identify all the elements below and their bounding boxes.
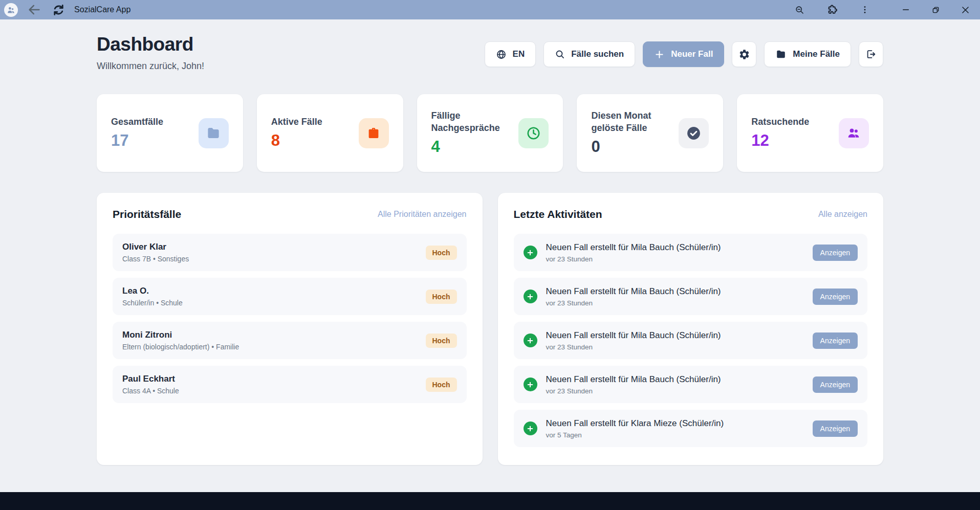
activities-panel-title: Letzte Aktivitäten bbox=[514, 208, 602, 220]
activity-time: vor 23 Stunden bbox=[546, 343, 813, 351]
stat-value: 0 bbox=[591, 138, 677, 156]
briefcase-icon bbox=[366, 125, 381, 141]
activity-text: Neuen Fall erstellt für Mila Bauch (Schü… bbox=[546, 242, 813, 253]
stat-label: Ratsuchende bbox=[751, 116, 809, 128]
case-meta: Schüler/in • Schule bbox=[122, 299, 426, 307]
logout-button[interactable] bbox=[859, 41, 883, 67]
plus-circle-icon bbox=[524, 334, 537, 347]
stat-label: Fällige Nachgespräche bbox=[431, 110, 517, 135]
activity-row[interactable]: Neuen Fall erstellt für Mila Bauch (Schü… bbox=[514, 322, 868, 359]
activity-time: vor 23 Stunden bbox=[546, 299, 813, 307]
stats-row: Gesamtfälle 17 Akt bbox=[97, 94, 883, 172]
clock-icon bbox=[526, 125, 541, 141]
priority-cases-panel: Prioritätsfälle Alle Prioritäten anzeige… bbox=[97, 193, 483, 465]
stat-value: 4 bbox=[431, 138, 517, 156]
activity-text: Neuen Fall erstellt für Mila Bauch (Schü… bbox=[546, 374, 813, 385]
back-arrow-icon[interactable] bbox=[27, 2, 42, 17]
activity-time: vor 23 Stunden bbox=[546, 387, 813, 395]
anzeigen-button[interactable]: Anzeigen bbox=[813, 289, 858, 305]
check-circle-icon bbox=[686, 125, 702, 141]
minimize-button[interactable] bbox=[891, 0, 921, 19]
plus-icon bbox=[654, 49, 665, 60]
priority-case-row[interactable]: Lea O. Schüler/in • Schule Hoch bbox=[113, 278, 467, 315]
stat-icon-box bbox=[839, 118, 869, 148]
show-all-activities-link[interactable]: Alle anzeigen bbox=[818, 210, 867, 219]
settings-button[interactable] bbox=[732, 41, 756, 67]
app-logo-icon bbox=[4, 3, 18, 17]
stat-card: Diesen Monat gelöste Fälle 0 bbox=[577, 94, 723, 172]
stat-card: Aktive Fälle 8 bbox=[257, 94, 403, 172]
show-all-priorities-link[interactable]: Alle Prioritäten anzeigen bbox=[378, 210, 466, 219]
activity-text: Neuen Fall erstellt für Mila Bauch (Schü… bbox=[546, 330, 813, 341]
welcome-subtitle: Willkommen zurück, John! bbox=[97, 61, 204, 72]
stat-card: Gesamtfälle 17 bbox=[97, 94, 243, 172]
gear-icon bbox=[738, 49, 750, 60]
plus-circle-icon bbox=[524, 422, 537, 435]
stat-icon-box bbox=[679, 118, 709, 148]
folder-icon bbox=[775, 49, 787, 60]
plus-circle-icon bbox=[524, 378, 537, 391]
language-button[interactable]: EN bbox=[485, 41, 536, 67]
search-cases-button[interactable]: Fälle suchen bbox=[543, 41, 635, 67]
search-cases-label: Fälle suchen bbox=[571, 49, 624, 59]
dashboard-main: Dashboard Willkommen zurück, John! EN bbox=[0, 19, 980, 465]
priority-badge: Hoch bbox=[426, 378, 457, 392]
stat-label: Aktive Fälle bbox=[271, 116, 322, 128]
priority-panel-title: Prioritätsfälle bbox=[113, 208, 181, 220]
close-button[interactable] bbox=[950, 0, 980, 19]
search-icon bbox=[555, 49, 565, 59]
header-actions: EN Fälle suchen Neuer Fall bbox=[485, 41, 883, 67]
restore-button[interactable] bbox=[921, 0, 950, 19]
case-name: Paul Eckhart bbox=[122, 374, 426, 384]
activity-time: vor 5 Tagen bbox=[546, 431, 813, 439]
plus-circle-icon bbox=[524, 246, 537, 259]
my-cases-label: Meine Fälle bbox=[793, 49, 840, 59]
case-name: Oliver Klar bbox=[122, 242, 426, 252]
activity-row[interactable]: Neuen Fall erstellt für Mila Bauch (Schü… bbox=[514, 278, 868, 315]
app-title: SozialCare App bbox=[74, 5, 130, 14]
priority-badge: Hoch bbox=[426, 334, 457, 348]
activity-row[interactable]: Neuen Fall erstellt für Klara Mieze (Sch… bbox=[514, 410, 868, 447]
priority-case-row[interactable]: Oliver Klar Class 7B • Sonstiges Hoch bbox=[113, 234, 467, 271]
anzeigen-button[interactable]: Anzeigen bbox=[813, 420, 858, 437]
activity-time: vor 23 Stunden bbox=[546, 255, 813, 263]
priority-case-row[interactable]: Paul Eckhart Class 4A • Schule Hoch bbox=[113, 366, 467, 403]
menu-kebab-icon[interactable] bbox=[859, 4, 870, 15]
new-case-label: Neuer Fall bbox=[671, 49, 713, 59]
refresh-icon[interactable] bbox=[51, 2, 66, 17]
anzeigen-button[interactable]: Anzeigen bbox=[813, 376, 858, 393]
activity-row[interactable]: Neuen Fall erstellt für Mila Bauch (Schü… bbox=[514, 366, 868, 403]
new-case-button[interactable]: Neuer Fall bbox=[643, 41, 724, 67]
priority-case-row[interactable]: Moni Zitroni Eltern (biologisch/adoptier… bbox=[113, 322, 467, 359]
priority-case-list: Oliver Klar Class 7B • Sonstiges Hoch Le… bbox=[113, 234, 467, 403]
activity-row[interactable]: Neuen Fall erstellt für Mila Bauch (Schü… bbox=[514, 234, 868, 271]
case-name: Lea O. bbox=[122, 286, 426, 296]
case-meta: Eltern (biologisch/adoptiert) • Familie bbox=[122, 343, 426, 351]
zoom-out-icon[interactable] bbox=[794, 4, 805, 15]
language-label: EN bbox=[513, 49, 525, 59]
stat-label: Gesamtfälle bbox=[111, 116, 163, 128]
activity-text: Neuen Fall erstellt für Klara Mieze (Sch… bbox=[546, 418, 813, 429]
activity-text: Neuen Fall erstellt für Mila Bauch (Schü… bbox=[546, 286, 813, 297]
activity-list: Neuen Fall erstellt für Mila Bauch (Schü… bbox=[514, 234, 868, 447]
stat-icon-box bbox=[199, 118, 229, 148]
page-title: Dashboard bbox=[97, 34, 204, 55]
extensions-icon[interactable] bbox=[826, 4, 838, 15]
stat-icon-box bbox=[359, 118, 389, 148]
stat-label: Diesen Monat gelöste Fälle bbox=[591, 110, 677, 135]
priority-badge: Hoch bbox=[426, 246, 457, 260]
stat-value: 17 bbox=[111, 131, 163, 150]
anzeigen-button[interactable]: Anzeigen bbox=[813, 332, 858, 349]
folder-icon bbox=[206, 125, 221, 141]
stat-card: Ratsuchende 12 bbox=[737, 94, 883, 172]
plus-circle-icon bbox=[524, 290, 537, 303]
stat-card: Fällige Nachgespräche 4 bbox=[417, 94, 563, 172]
people-icon bbox=[846, 125, 861, 141]
stat-value: 12 bbox=[751, 131, 809, 150]
case-name: Moni Zitroni bbox=[122, 330, 426, 340]
case-meta: Class 7B • Sonstiges bbox=[122, 255, 426, 263]
my-cases-button[interactable]: Meine Fälle bbox=[764, 41, 851, 67]
anzeigen-button[interactable]: Anzeigen bbox=[813, 245, 858, 261]
titlebar: SozialCare App bbox=[0, 0, 980, 19]
globe-icon bbox=[496, 49, 507, 60]
